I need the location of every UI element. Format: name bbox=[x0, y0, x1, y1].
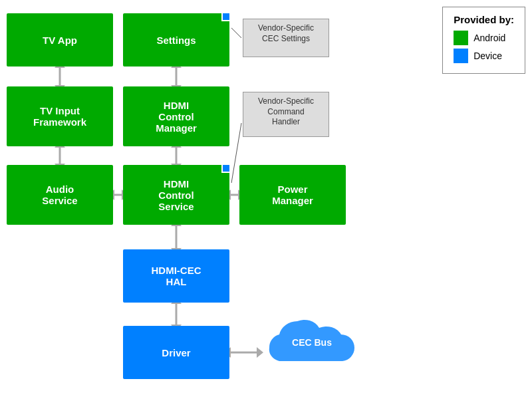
cec-bus-cloud: CEC Bus bbox=[256, 311, 366, 378]
legend-title: Provided by: bbox=[454, 14, 514, 25]
svg-text:CEC Bus: CEC Bus bbox=[292, 337, 332, 348]
hdmi-cec-hal-block: HDMI-CECHAL bbox=[123, 249, 229, 303]
hdmi-control-service-block: HDMIControlService bbox=[123, 165, 229, 225]
legend-android-color bbox=[454, 31, 468, 45]
legend-device-label: Device bbox=[473, 51, 502, 61]
legend-android-label: Android bbox=[473, 33, 505, 43]
power-manager-block: PowerManager bbox=[239, 165, 346, 225]
legend-item-android: Android bbox=[454, 31, 514, 45]
svg-line-29 bbox=[231, 28, 241, 38]
legend-device-color bbox=[454, 49, 468, 63]
cec-settings-label: Vendor-SpecificCEC Settings bbox=[258, 23, 314, 43]
driver-block: Driver bbox=[123, 326, 229, 379]
command-handler-callout: Vendor-SpecificCommandHandler bbox=[243, 92, 329, 137]
audio-service-block: AudioService bbox=[7, 165, 113, 225]
hdmi-control-manager-block: HDMIControlManager bbox=[123, 86, 229, 146]
settings-device-indicator bbox=[221, 12, 231, 21]
command-handler-label: Vendor-SpecificCommandHandler bbox=[258, 96, 314, 126]
tv-app-block: TV App bbox=[7, 13, 113, 67]
diagram-container: TV App Settings TV InputFramework HDMICo… bbox=[0, 0, 532, 401]
cec-settings-callout: Vendor-SpecificCEC Settings bbox=[243, 19, 329, 57]
hdmi-service-device-indicator bbox=[221, 164, 231, 173]
legend-item-device: Device bbox=[454, 49, 514, 63]
cloud-svg: CEC Bus bbox=[256, 311, 366, 378]
tv-input-framework-block: TV InputFramework bbox=[7, 86, 113, 146]
settings-block: Settings bbox=[123, 13, 229, 67]
legend: Provided by: Android Device bbox=[442, 7, 525, 74]
